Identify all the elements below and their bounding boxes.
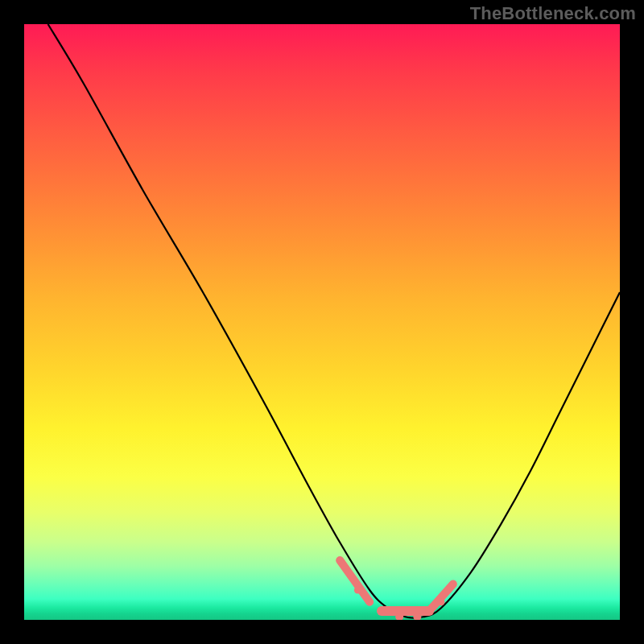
marker-dot bbox=[367, 599, 373, 605]
bottleneck-curve-path bbox=[48, 24, 620, 618]
watermark-text: TheBottleneck.com bbox=[470, 3, 636, 24]
chart-frame: TheBottleneck.com bbox=[0, 0, 644, 644]
marker-dot bbox=[426, 608, 432, 614]
bottleneck-curve-svg bbox=[24, 24, 620, 620]
marker-dot bbox=[379, 608, 385, 613]
marker-dot bbox=[449, 580, 456, 588]
marker-dot bbox=[336, 557, 344, 564]
marker-dot bbox=[354, 587, 361, 594]
marker-dot bbox=[438, 598, 445, 605]
optimal-range-segments bbox=[340, 560, 453, 611]
plot-area bbox=[24, 24, 620, 620]
